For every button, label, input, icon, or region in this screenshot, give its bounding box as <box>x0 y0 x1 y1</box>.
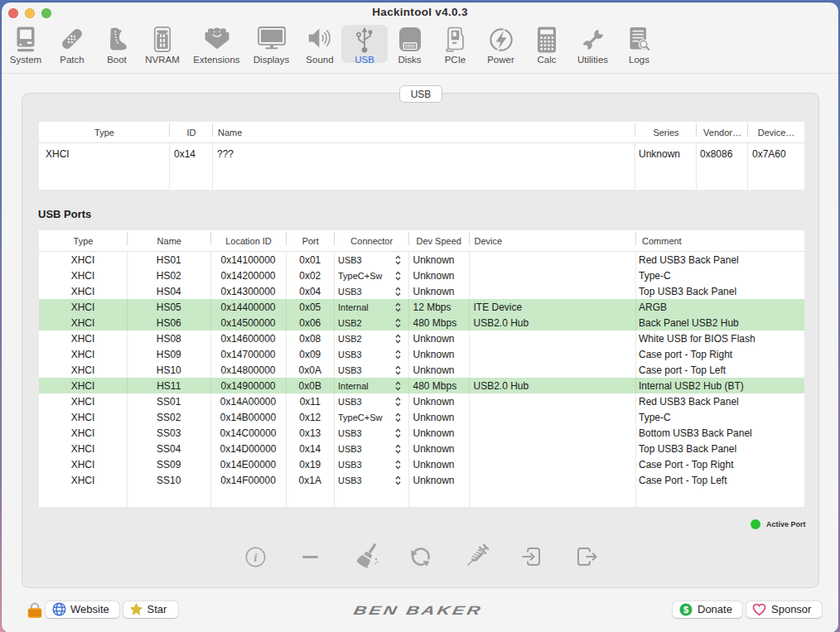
svg-text:i: i <box>254 552 258 564</box>
svg-text:$: $ <box>683 604 688 614</box>
